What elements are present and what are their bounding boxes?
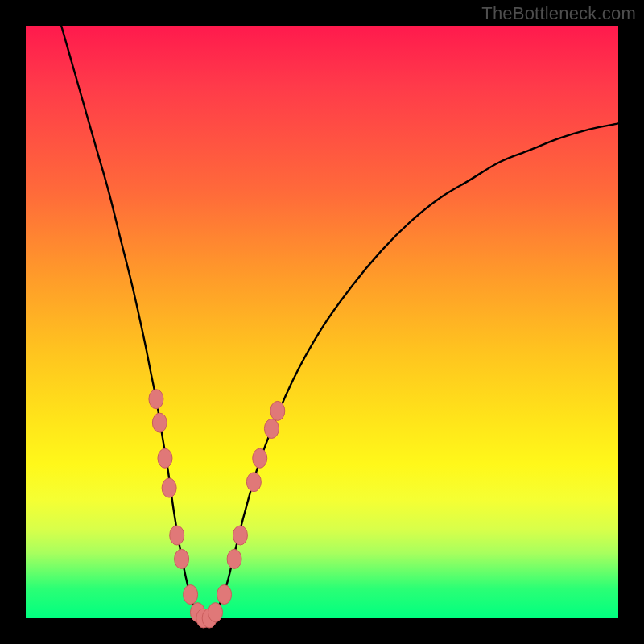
watermark-text: TheBottleneck.com [481,3,636,24]
curve-marker [184,585,198,605]
marker-layer [149,390,285,628]
bottleneck-curve [61,26,618,619]
curve-marker [162,478,176,497]
curve-marker [233,526,247,545]
curve-marker [227,549,242,568]
curve-layer [61,26,618,619]
curve-marker [158,448,172,468]
curve-marker [170,526,184,545]
outer-frame: TheBottleneck.com [0,0,644,644]
curve-marker [270,401,285,420]
curve-marker [264,419,279,438]
curve-marker [175,549,189,568]
chart-svg [26,26,618,618]
curve-marker [253,448,267,468]
curve-marker [152,413,167,432]
curve-marker [217,585,232,605]
curve-marker [246,473,261,492]
curve-marker [149,390,163,409]
curve-marker [208,603,223,622]
